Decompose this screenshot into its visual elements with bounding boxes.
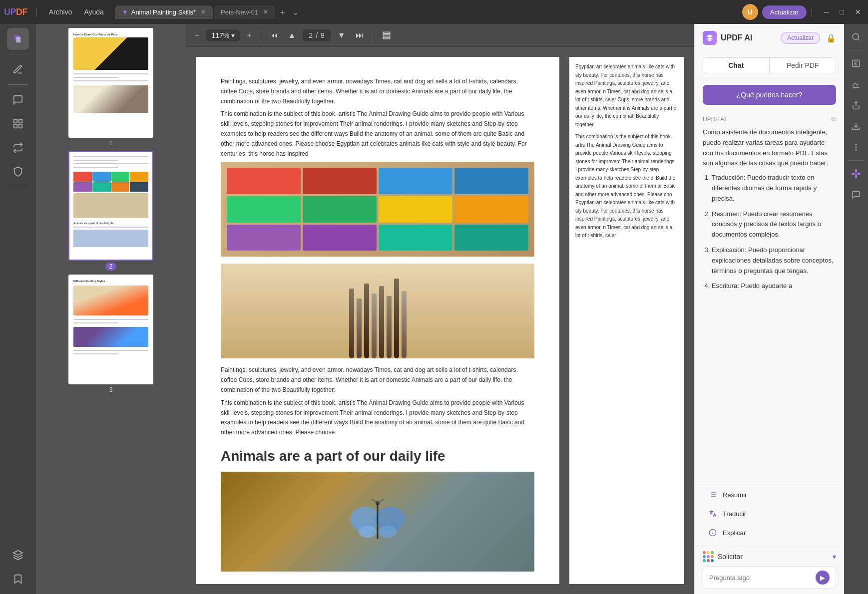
thumbnail-page-1[interactable]: How to Draw Our Favorite Pets 1 [40,28,182,147]
doc-butterfly-image [221,472,534,572]
tabs-overflow-button[interactable]: ⌄ [292,7,299,17]
right-icon-ai-flower[interactable] [847,165,865,183]
minimize-button[interactable]: ─ [821,7,832,17]
app-logo: UPDF [4,7,27,17]
right-divider1 [848,50,864,50]
sidebar-divider3 [8,187,28,187]
view-mode-button[interactable] [379,29,394,42]
ai-list-item-1: Traducción: Puedo traducir texto en dife… [712,173,836,204]
first-page-button[interactable]: ⏮ [267,29,281,42]
right-col-text-2: This combination is the subject of this … [575,133,678,240]
ai-panel-title: UPDF AI [721,33,752,42]
thumbnail-panel: How to Draw Our Favorite Pets 1 [36,24,186,594]
sidebar-icon-pages[interactable] [7,28,29,50]
svg-line-16 [372,499,378,503]
ai-update-button[interactable]: Actualizar [781,32,820,44]
left-sidebar [0,24,36,594]
right-icon-ocr[interactable] [847,54,865,72]
sidebar-icon-protect[interactable] [7,161,29,183]
svg-point-31 [856,144,857,145]
tab-close-active[interactable]: ✕ [201,8,206,15]
svg-rect-9 [383,37,390,38]
right-icon-search[interactable] [847,28,865,46]
menu-bar: Archivo Ayuda [44,6,109,18]
sidebar-icon-edit[interactable] [7,58,29,80]
svg-point-37 [852,173,855,175]
thumbnail-img-3: Different Painting Styles [68,275,153,384]
prev-page-button[interactable]: ▲ [285,29,299,42]
ai-response-list: Traducción: Puedo traducir texto en dife… [703,173,836,292]
sidebar-icon-organize[interactable] [7,113,29,135]
doc-text-2: This combination is the subject of this … [221,109,534,159]
ai-list-item-2: Resumen: Puedo crear resúmenes concisos … [712,209,836,240]
svg-rect-3 [19,120,22,123]
zoom-out-button[interactable]: − [192,29,202,42]
next-page-button[interactable]: ▼ [335,29,349,42]
doc-text-3: Paintings, sculptures, jewelry, and even… [221,365,534,395]
svg-point-27 [853,33,859,39]
solicitar-dots-icon [703,551,714,562]
ai-question-button[interactable]: ¿Qué puedes hacer? [703,85,836,105]
user-avatar[interactable]: U [742,4,758,20]
sidebar-icon-bookmark[interactable] [7,568,29,590]
menu-ayuda[interactable]: Ayuda [79,6,108,18]
doc-heading: Animals are a part of our daily life [221,448,534,465]
page-sep: / [316,31,318,39]
right-divider2 [848,160,864,161]
right-sidebar [844,24,868,594]
thumbnail-page-3[interactable]: Different Painting Styles 3 [40,275,182,393]
svg-point-13 [379,526,397,538]
menu-archivo[interactable]: Archivo [44,6,77,18]
sidebar-divider1 [8,54,28,54]
sidebar-icon-convert[interactable] [7,137,29,159]
svg-rect-5 [19,125,22,128]
ai-response-text: Como asistente de documentos inteligente… [703,127,836,292]
right-icon-share[interactable] [847,96,865,114]
ai-input-area: ▶ [703,566,836,589]
zoom-display[interactable]: 117% ▾ [206,29,240,41]
ai-action-resumir[interactable]: Resumir [703,486,836,504]
tab-close-inactive[interactable]: ✕ [263,8,268,15]
zoom-in-button[interactable]: + [244,29,254,42]
current-page[interactable]: 2 [309,31,313,39]
right-icon-more[interactable] [847,138,865,156]
doc-text-1: Paintings, sculptures, jewelry, and even… [221,77,534,106]
ai-list-item-4: Escritura: Puedo ayudarte a [712,281,836,292]
solicitar-dropdown-icon[interactable]: ▾ [833,553,836,561]
ai-chat-input[interactable] [709,574,812,582]
ai-tab-chat[interactable]: Chat [703,57,770,73]
ai-action-explicar[interactable]: Explicar [703,524,836,542]
right-icon-download[interactable] [847,117,865,135]
tab-label-active: Animal Painting Skills* [131,8,196,16]
sidebar-icon-layers[interactable] [7,544,29,566]
logo-df: DF [16,7,27,17]
titlebar: UPDF | Archivo Ayuda ▼ Animal Painting S… [0,0,868,24]
last-page-button[interactable]: ⏭ [353,29,367,42]
add-tab-button[interactable]: ＋ [278,6,287,18]
document-right-column: Egyptian art celebrates animals like cat… [569,57,684,584]
ai-actions: Resumir Traducir Explicar [695,481,844,546]
total-pages: 9 [321,31,325,39]
svg-point-33 [856,150,857,151]
thumbnail-page-2[interactable]: Animals are a part of our daily life 2 [40,151,182,271]
svg-point-38 [858,173,861,175]
page-nav: 2 / 9 [303,29,330,41]
right-icon-chat[interactable] [847,186,865,204]
tab-pets-new[interactable]: Pets-New-01 ✕ [214,5,275,19]
update-button[interactable]: Actualizar [762,5,807,19]
copy-button[interactable]: ⧉ [831,115,836,123]
ai-action-traducir[interactable]: Traducir [703,505,836,523]
ai-tabs: Chat Pedir PDF [695,52,844,79]
close-button[interactable]: ✕ [852,7,864,17]
ai-list-item-3: Explicación: Puedo proporcionar explicac… [712,245,836,276]
ai-tab-pedir-pdf[interactable]: Pedir PDF [770,57,837,73]
main-area: How to Draw Our Favorite Pets 1 [0,24,868,594]
ai-logo-icon [703,31,717,45]
resumir-icon [708,490,718,500]
sidebar-icon-comment[interactable] [7,89,29,111]
right-icon-signature[interactable] [847,75,865,93]
toolbar-sep1 [261,29,261,41]
maximize-button[interactable]: □ [837,7,847,17]
ai-send-button[interactable]: ▶ [816,571,830,585]
tab-animal-painting[interactable]: ▼ Animal Painting Skills* ✕ [115,5,213,19]
